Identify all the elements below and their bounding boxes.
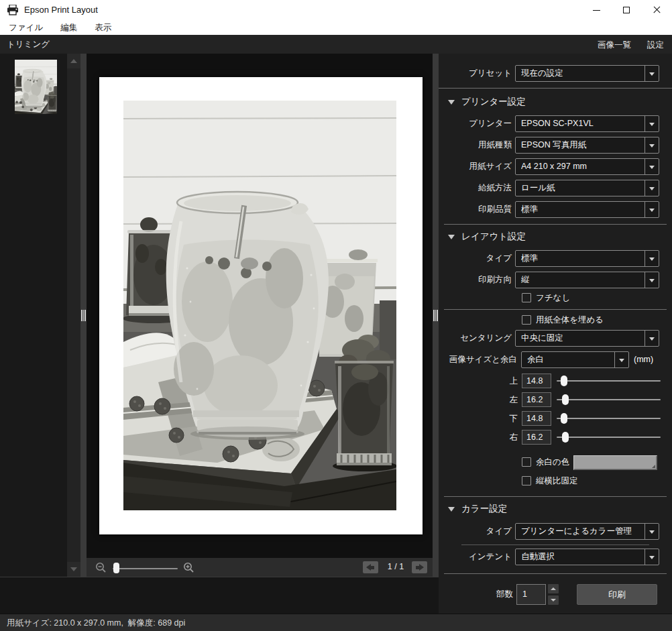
fixed-aspect-checkbox[interactable] bbox=[522, 476, 531, 485]
zoom-in-icon[interactable] bbox=[183, 562, 194, 573]
menu-edit[interactable]: 編集 bbox=[52, 20, 86, 35]
borderless-checkbox[interactable] bbox=[522, 293, 531, 302]
left-splitter-handle[interactable] bbox=[80, 54, 87, 577]
paper-size-select[interactable]: A4 210 x 297 mm bbox=[515, 158, 659, 175]
preview-canvas: 1 / 1 bbox=[87, 54, 433, 577]
right-splitter-handle[interactable] bbox=[433, 54, 439, 577]
margin-color-checkbox[interactable] bbox=[522, 457, 531, 467]
paper-type-row: 用紙種類 EPSON 写真用紙 bbox=[439, 137, 672, 154]
margin-bottom-slider[interactable] bbox=[557, 418, 661, 419]
copies-label: 部数 bbox=[496, 584, 513, 605]
zoom-slider-thumb[interactable] bbox=[113, 563, 119, 573]
maximize-button[interactable] bbox=[612, 0, 642, 20]
preset-dropdown-button[interactable] bbox=[645, 66, 659, 81]
chevron-down-icon bbox=[649, 166, 655, 169]
minimize-button[interactable] bbox=[581, 0, 612, 20]
divider bbox=[444, 496, 667, 497]
divider bbox=[461, 544, 649, 545]
collapse-triangle-icon bbox=[448, 100, 455, 105]
orientation-label: 印刷方向 bbox=[478, 272, 512, 288]
margin-color-swatch[interactable] bbox=[573, 455, 657, 470]
printer-row: プリンター EPSON SC-PX1VL bbox=[439, 115, 672, 132]
close-button[interactable] bbox=[642, 0, 672, 20]
printer-label: プリンター bbox=[469, 115, 512, 132]
slider-thumb[interactable] bbox=[561, 376, 567, 386]
margin-unit-label: (mm) bbox=[634, 351, 653, 368]
margin-top-label: 上 bbox=[495, 374, 518, 388]
print-button[interactable]: 印刷 bbox=[577, 584, 657, 605]
dropdown-button[interactable] bbox=[645, 331, 659, 346]
orientation-select[interactable]: 縦 bbox=[515, 272, 659, 288]
title-bar: Epson Print Layout bbox=[0, 0, 672, 20]
dropdown-button[interactable] bbox=[645, 251, 659, 266]
margin-left-slider[interactable] bbox=[557, 399, 661, 400]
zoom-slider[interactable] bbox=[113, 568, 178, 569]
previous-page-button[interactable] bbox=[363, 561, 378, 573]
image-list-button[interactable]: 画像一覧 bbox=[598, 40, 631, 51]
dropdown-button[interactable] bbox=[645, 202, 659, 217]
paper-source-select[interactable]: ロール紙 bbox=[515, 180, 659, 196]
dropdown-button[interactable] bbox=[645, 549, 659, 565]
paper-type-select[interactable]: EPSON 写真用紙 bbox=[515, 137, 659, 154]
zoom-out-icon[interactable] bbox=[95, 562, 107, 573]
layout-type-select[interactable]: 標準 bbox=[515, 250, 659, 267]
color-type-label: タイプ bbox=[486, 523, 512, 540]
margin-bottom-field[interactable]: 14.8 bbox=[522, 411, 551, 426]
paper-size-row: 用紙サイズ A4 210 x 297 mm bbox=[439, 158, 672, 175]
paper-size-value: A4 210 x 297 mm bbox=[521, 159, 641, 174]
margin-top-slider[interactable] bbox=[557, 380, 661, 382]
margin-top-field[interactable]: 14.8 bbox=[522, 374, 551, 388]
dropdown-button[interactable] bbox=[645, 116, 659, 131]
menu-file[interactable]: ファイル bbox=[0, 20, 52, 35]
thumbnail-panel bbox=[0, 54, 80, 577]
margin-left-field[interactable]: 16.2 bbox=[522, 392, 551, 407]
copies-increment-button[interactable] bbox=[548, 584, 559, 593]
copies-input[interactable]: 1 bbox=[516, 584, 546, 605]
paper-type-value: EPSON 写真用紙 bbox=[521, 137, 641, 153]
dropdown-button[interactable] bbox=[645, 180, 659, 196]
intent-select[interactable]: 自動選択 bbox=[515, 549, 659, 565]
copies-decrement-button[interactable] bbox=[548, 595, 559, 605]
bottom-filler bbox=[0, 577, 439, 614]
slider-thumb[interactable] bbox=[562, 394, 569, 405]
thumbnail-scrollbar[interactable] bbox=[67, 54, 80, 577]
margin-right-field[interactable]: 16.2 bbox=[522, 430, 551, 445]
slider-thumb[interactable] bbox=[562, 432, 569, 443]
menu-view[interactable]: 表示 bbox=[86, 20, 120, 35]
settings-button[interactable]: 設定 bbox=[647, 40, 664, 51]
scroll-down-button[interactable] bbox=[67, 562, 80, 577]
chevron-down-icon bbox=[619, 359, 624, 362]
print-quality-row: 印刷品質 標準 bbox=[439, 201, 672, 218]
paper-preview bbox=[99, 77, 423, 534]
margin-right-slider[interactable] bbox=[557, 437, 661, 438]
centering-select[interactable]: 中央に固定 bbox=[515, 330, 659, 347]
image-size-margin-select[interactable]: 余白 bbox=[521, 351, 629, 368]
preset-select[interactable]: 現在の設定 bbox=[515, 65, 659, 82]
dropdown-button[interactable] bbox=[614, 352, 628, 367]
dropdown-button[interactable] bbox=[645, 137, 659, 153]
centering-row: センタリング 中央に固定 bbox=[439, 330, 672, 347]
window-title: Epson Print Layout bbox=[24, 5, 98, 15]
dropdown-button[interactable] bbox=[645, 159, 659, 174]
color-type-value: プリンターによるカラー管理 bbox=[521, 524, 641, 539]
fill-paper-checkbox[interactable] bbox=[522, 315, 531, 325]
color-type-row: タイプ プリンターによるカラー管理 bbox=[439, 523, 672, 540]
chevron-down-icon bbox=[649, 209, 655, 212]
printer-select[interactable]: EPSON SC-PX1VL bbox=[515, 115, 659, 132]
layout-section-title: レイアウト設定 bbox=[461, 231, 526, 243]
next-page-button[interactable] bbox=[412, 561, 427, 573]
margin-bottom-label: 下 bbox=[495, 411, 518, 426]
maximize-icon bbox=[623, 7, 630, 13]
dropdown-button[interactable] bbox=[645, 272, 659, 288]
slider-thumb[interactable] bbox=[561, 413, 567, 424]
color-type-select[interactable]: プリンターによるカラー管理 bbox=[515, 523, 659, 540]
print-quality-select[interactable]: 標準 bbox=[515, 201, 659, 218]
scroll-up-button[interactable] bbox=[67, 54, 80, 68]
margin-left-row: 左 16.2 bbox=[439, 392, 672, 407]
layout-type-value: 標準 bbox=[521, 251, 641, 266]
page-indicator: 1 / 1 bbox=[380, 562, 411, 571]
image-thumbnail[interactable] bbox=[15, 60, 57, 114]
dropdown-button[interactable] bbox=[645, 524, 659, 539]
thumbnail-photo bbox=[15, 60, 57, 114]
arrow-down-icon bbox=[551, 599, 556, 601]
